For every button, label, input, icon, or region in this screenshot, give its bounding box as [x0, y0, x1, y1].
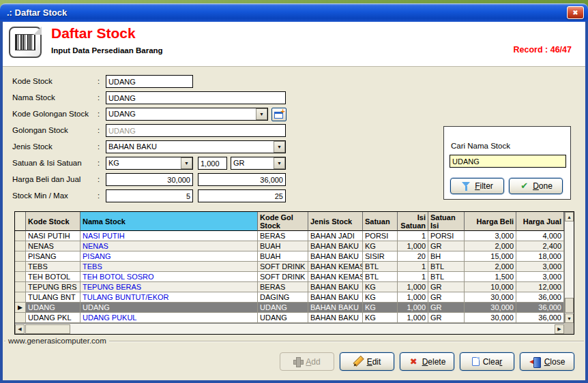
- kode-golongan-combo[interactable]: UDANG ▼: [106, 108, 268, 121]
- grid-cell-kodegol: BUAH: [258, 241, 308, 251]
- window-title: .: Daftar Stock: [7, 7, 67, 18]
- done-button-label: Done: [533, 181, 553, 191]
- grid-row[interactable]: NENASNENASBUAHBAHAN BAKUKG1,000GR2,0002,…: [15, 241, 564, 251]
- horizontal-scroll-thumb[interactable]: [25, 324, 70, 334]
- grid-cell-kodegol: SOFT DRINK: [258, 272, 308, 282]
- grid-row[interactable]: PISANGPISANGBUAHBAHAN BAKUSISIR20BH15,00…: [15, 251, 564, 262]
- grid-row[interactable]: TEH BOTOLTEH BOTOL SOSROSOFT DRINKBAHAN …: [15, 272, 564, 282]
- add-golongan-button[interactable]: +: [271, 108, 286, 121]
- stock-grid-main: Kode StockNama StockKode Gol StockJenis …: [15, 212, 564, 323]
- grid-cell-satuanisi: GR: [428, 292, 465, 303]
- stock-min-input[interactable]: [106, 189, 193, 202]
- scrollbar-corner: [564, 323, 574, 334]
- satuan-combo[interactable]: KG ▼: [106, 157, 193, 170]
- colon: :: [98, 108, 100, 121]
- window-border-right: [585, 21, 588, 380]
- plus-icon: [293, 357, 302, 366]
- grid-cell-beli: 2,000: [465, 262, 516, 272]
- grid-cell-kodegol: BERAS: [258, 282, 308, 292]
- grid-row[interactable]: UDANG PKLUDANG PUKULUDANGBAHAN BAKUKG1,0…: [15, 313, 564, 323]
- grid-cell-jual: 36,000: [516, 292, 564, 303]
- clear-button-label: Clear: [483, 357, 503, 367]
- grid-cell-jual: 36,000: [516, 303, 564, 313]
- done-button[interactable]: ✔Done: [509, 178, 563, 194]
- grid-cell-jenis: BAHAN KEMAS: [308, 262, 363, 272]
- grid-cell-satuan: KG: [363, 241, 398, 251]
- grid-cell-satuan: BTL: [363, 262, 398, 272]
- grid-row[interactable]: TEPUNG BRSTEPUNG BERASBERASBAHAN BAKUKG1…: [15, 282, 564, 292]
- grid-cell-jenis: BAHAN BAKU: [308, 241, 363, 251]
- colon: :: [98, 157, 100, 170]
- grid-cell-satuan: KG: [363, 303, 398, 313]
- kode-stock-input[interactable]: [106, 75, 193, 88]
- delete-button[interactable]: ✖Delete: [400, 352, 454, 371]
- grid-row[interactable]: ▶UDANGUDANGUDANGBAHAN BAKUKG1,000GR30,00…: [15, 303, 564, 313]
- barcode-icon: [9, 27, 42, 58]
- dropdown-arrow-icon[interactable]: ▼: [274, 141, 285, 153]
- grid-cell-satuanisi: GR: [428, 241, 465, 251]
- grid-cell-satuanisi: BTL: [428, 262, 465, 272]
- grid-cell-satuan: KG: [363, 313, 398, 323]
- grid-cell-jual: 12,000: [516, 282, 564, 292]
- grid-row[interactable]: TULANG BNTTULANG BUNTUT/EKORDAGINGBAHAN …: [15, 292, 564, 303]
- grid-cell-nama: TULANG BUNTUT/EKOR: [80, 292, 258, 303]
- scroll-right-icon[interactable]: ▶: [555, 324, 564, 334]
- grid-cell-nama: UDANG: [80, 303, 258, 313]
- filter-button-label: Filter: [475, 181, 493, 191]
- grid-cell-isi: 1,000: [398, 292, 428, 303]
- close-button[interactable]: Close: [520, 352, 574, 371]
- grid-cell-isi: 1: [398, 272, 428, 282]
- grid-cell-kode: TEPUNG BRS: [26, 282, 80, 292]
- dropdown-arrow-icon[interactable]: ▼: [181, 157, 192, 169]
- footer-buttons: AddEdit✖DeleteClearClose: [280, 352, 574, 371]
- isi-satuan-input[interactable]: [198, 157, 227, 170]
- row-selector: [15, 251, 26, 262]
- vertical-scroll-thumb[interactable]: [565, 298, 574, 313]
- grid-cell-beli: 3,000: [465, 231, 516, 241]
- add-button[interactable]: Add: [280, 352, 334, 371]
- scroll-down-icon[interactable]: ▼: [565, 313, 574, 323]
- kode-stock-label: Kode Stock: [12, 75, 94, 88]
- harga-beli-input[interactable]: [106, 173, 193, 186]
- grid-cell-jual: 3,000: [516, 262, 564, 272]
- grid-cell-kode: TULANG BNT: [26, 292, 80, 303]
- satuan-isi-combo[interactable]: GR ▼: [231, 157, 286, 170]
- grid-cell-nama: UDANG PUKUL: [80, 313, 258, 323]
- grid-header-satuan: Satuan: [363, 212, 398, 231]
- footer-caption: www.generasicomputer.com: [5, 337, 109, 345]
- close-button[interactable]: ✖: [567, 6, 584, 19]
- jenis-stock-combo[interactable]: BAHAN BAKU ▼: [106, 140, 286, 153]
- grid-cell-jenis: BAHAN BAKU: [308, 292, 363, 303]
- funnel-icon: [461, 182, 471, 191]
- row-selector: [15, 313, 26, 323]
- title-bar: .: Daftar Stock ✖: [0, 3, 588, 22]
- app-window: .: Daftar Stock ✖ Daftar Stock Input Dat…: [0, 0, 588, 383]
- delete-button-label: Delete: [422, 357, 446, 367]
- scroll-up-icon[interactable]: ▲: [565, 212, 574, 221]
- grid-cell-satuan: PORSI: [363, 231, 398, 241]
- grid-row[interactable]: TEBSTEBSSOFT DRINKBAHAN KEMASBTL1BTL2,00…: [15, 262, 564, 272]
- close-icon: ✖: [572, 9, 578, 16]
- grid-header-nama: Nama Stock: [80, 212, 258, 231]
- row-selector: [15, 292, 26, 303]
- horizontal-scrollbar[interactable]: ◀ ▶: [15, 323, 564, 334]
- grid-cell-isi: 1,000: [398, 303, 428, 313]
- grid-row[interactable]: NASI PUTIHNASI PUTIHBERASBAHAN JADIPORSI…: [15, 231, 564, 241]
- grid-cell-isi: 1,000: [398, 313, 428, 323]
- stock-min-max-label: Stock Min / Max: [12, 189, 94, 202]
- vertical-scrollbar[interactable]: ▲ ▼: [564, 212, 574, 323]
- filter-button[interactable]: Filter: [450, 178, 504, 194]
- stock-max-input[interactable]: [198, 189, 286, 202]
- edit-button[interactable]: Edit: [340, 352, 394, 371]
- harga-jual-input[interactable]: [198, 173, 286, 186]
- search-input[interactable]: [450, 155, 566, 168]
- grid-cell-kode: UDANG: [26, 303, 80, 313]
- nama-stock-input[interactable]: [106, 91, 286, 104]
- clear-button[interactable]: Clear: [460, 352, 514, 371]
- scroll-left-icon[interactable]: ◀: [15, 324, 25, 334]
- grid-cell-beli: 30,000: [465, 303, 516, 313]
- grid-cell-nama: PISANG: [80, 251, 258, 262]
- dropdown-arrow-icon[interactable]: ▼: [256, 108, 267, 120]
- pencil-icon: [353, 357, 364, 367]
- dropdown-arrow-icon[interactable]: ▼: [274, 157, 285, 169]
